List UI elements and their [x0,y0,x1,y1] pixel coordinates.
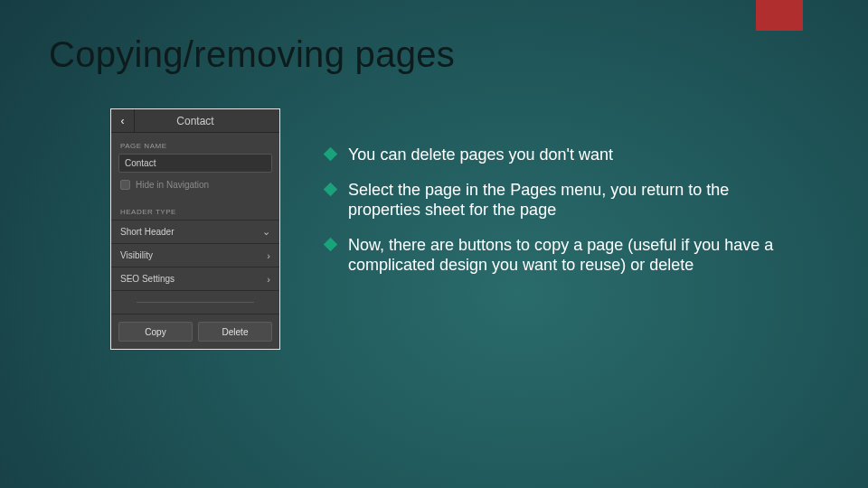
page-name-label: PAGE NAME [111,133,279,154]
header-type-label: HEADER TYPE [111,199,279,220]
list-item: You can delete pages you don't want [326,145,796,165]
divider-line [137,302,254,303]
delete-button[interactable]: Delete [198,322,272,342]
chevron-right-icon: › [267,274,270,285]
action-button-row: Copy Delete [111,314,279,349]
visibility-row[interactable]: Visibility › [111,244,279,267]
list-item: Select the page in the Pages menu, you r… [326,180,796,221]
hide-in-nav-label: Hide in Navigation [136,180,209,190]
bullet-text: Select the page in the Pages menu, you r… [348,180,796,221]
diamond-bullet-icon [324,182,338,196]
bullet-text: You can delete pages you don't want [348,145,613,165]
divider-row [111,291,279,314]
hide-in-nav-row[interactable]: Hide in Navigation [111,178,279,199]
diamond-bullet-icon [324,147,338,162]
short-header-label: Short Header [120,227,174,237]
chevron-left-icon: ‹ [121,115,125,127]
visibility-label: Visibility [120,250,153,260]
seo-settings-row[interactable]: SEO Settings › [111,267,279,291]
page-name-input[interactable]: Contact [118,154,272,173]
seo-label: SEO Settings [120,274,175,284]
back-button[interactable]: ‹ [111,109,135,133]
copy-button-label: Copy [145,327,165,337]
panel-header: ‹ Contact [111,109,279,133]
page-editor-panel: ‹ Contact PAGE NAME Contact Hide in Navi… [110,108,280,350]
list-item: Now, there are buttons to copy a page (u… [326,235,796,276]
short-header-select[interactable]: Short Header ⌄ [111,221,279,244]
chevron-right-icon: › [267,250,270,261]
page-name-value: Contact [125,158,156,168]
diamond-bullet-icon [324,237,338,251]
delete-button-label: Delete [222,327,249,337]
slide-title: Copying/removing pages [49,34,455,75]
hide-in-nav-checkbox[interactable] [120,180,130,190]
header-type-list: Short Header ⌄ Visibility › SEO Settings… [111,220,279,314]
bullet-list: You can delete pages you don't want Sele… [326,145,796,290]
panel-header-title: Contact [135,115,279,127]
accent-bar [756,0,803,31]
copy-button[interactable]: Copy [118,322,193,342]
chevron-down-icon: ⌄ [262,226,270,238]
bullet-text: Now, there are buttons to copy a page (u… [348,235,796,276]
